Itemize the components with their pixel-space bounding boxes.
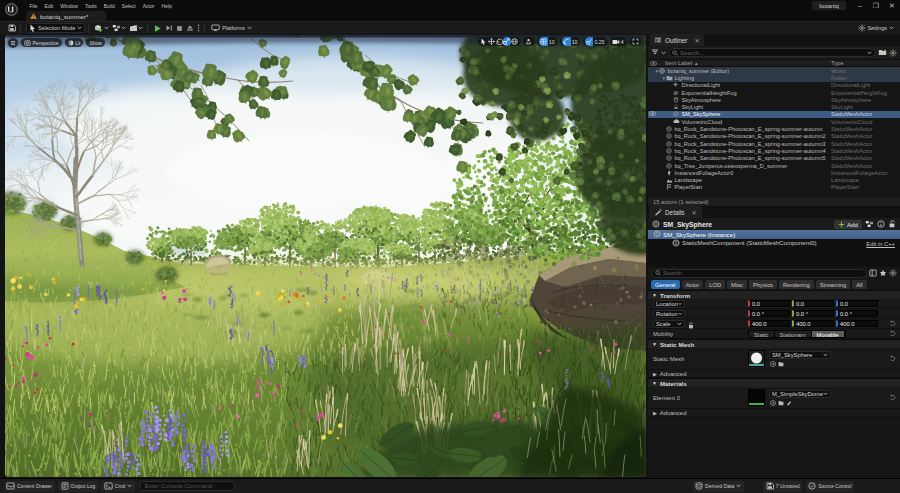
static-mesh-thumbnail[interactable] <box>748 350 765 367</box>
eject-button[interactable] <box>184 23 195 34</box>
outliner-row-exponentialheightfog[interactable]: ExponentialHeightFogExponentialHeightFog <box>648 89 900 96</box>
chip-rendering[interactable]: Rendering <box>779 280 814 289</box>
info-icon[interactable] <box>877 220 885 228</box>
outliner-row-botaniq-summer-editor-[interactable]: ▾botaniq_summer (Editor)World <box>648 67 900 74</box>
location-y-field[interactable]: 0.0 <box>792 300 834 308</box>
static-mesh-combo[interactable]: SM_SkySphere <box>769 351 831 359</box>
minimize-button[interactable]: – <box>852 0 868 11</box>
outliner-row-bq-rock-sandstone-photoscan-e-spring-sum[interactable]: bq_Rock_Sandstone-Photoscan_E_spring-sum… <box>648 140 900 147</box>
outliner-row-bq-rock-sandstone-photoscan-e-spring-sum[interactable]: bq_Rock_Sandstone-Photoscan_E_spring-sum… <box>648 155 900 162</box>
platforms-dropdown[interactable]: Platforms <box>208 23 255 34</box>
details-close-icon[interactable]: ✕ <box>692 209 697 216</box>
edit-in-cpp-link[interactable]: Edit in C++ <box>866 241 895 247</box>
menu-help[interactable]: Help <box>158 3 175 9</box>
gizmo-mode-group[interactable] <box>478 37 521 46</box>
cmd-dropdown[interactable]: Cmd <box>101 481 135 492</box>
outliner-row-bq-rock-sandstone-photoscan-e-spring-sum[interactable]: bq_Rock_Sandstone-Photoscan_E_spring-sum… <box>648 147 900 154</box>
create-folder-icon[interactable] <box>878 49 887 56</box>
reset-icon[interactable] <box>890 355 896 362</box>
content-drawer-button[interactable]: Content Drawer <box>4 481 55 492</box>
chip-general[interactable]: General <box>651 280 680 289</box>
details-tab[interactable]: Details ✕ <box>649 206 702 218</box>
play-button[interactable] <box>151 23 163 34</box>
location-x-field[interactable]: 0.0 <box>748 300 790 308</box>
lit-dropdown[interactable]: Lit <box>65 38 84 47</box>
materials-advanced[interactable]: ▶Advanced <box>648 409 900 417</box>
outliner-row-skylight[interactable]: SkyLightSkyLight <box>648 103 900 110</box>
maximize-viewport-button[interactable] <box>629 37 641 46</box>
section-materials[interactable]: ▼Materials <box>648 378 900 387</box>
close-button[interactable]: ✕ <box>884 0 900 11</box>
reset-icon[interactable] <box>890 394 896 401</box>
component-row-staticmesh[interactable]: StaticMeshComponent (StaticMeshComponent… <box>648 239 900 248</box>
perspective-dropdown[interactable]: Perspective <box>21 38 62 47</box>
scale-dropdown[interactable]: Scale <box>653 320 685 328</box>
outliner-row-bq-rock-sandstone-photoscan-e-spring-sum[interactable]: bq_Rock_Sandstone-Photoscan_E_spring-sum… <box>648 133 900 140</box>
console-input[interactable]: Enter Console Command <box>140 481 235 491</box>
chip-all[interactable]: All <box>852 280 866 289</box>
outliner-settings-icon[interactable] <box>889 49 897 57</box>
blueprints-button[interactable] <box>110 23 127 34</box>
add-component-button[interactable]: Add <box>834 220 862 229</box>
mobility-static[interactable]: Static <box>749 331 775 337</box>
item-label-column[interactable]: Item Label <box>665 60 692 66</box>
scale-z-field[interactable]: 400.0 <box>836 320 878 328</box>
mobility-segmented[interactable]: StaticStationaryMovable <box>748 330 846 338</box>
rotation-dropdown[interactable]: Rotation <box>653 310 685 318</box>
rotation-snap-toggle[interactable]: 10 <box>560 37 580 46</box>
outliner-row-skyatmosphere[interactable]: SkyAtmosphereSkyAtmosphere <box>648 96 900 103</box>
outliner-row-bq-tree-juniperus-osteosperma-d-summer[interactable]: bq_Tree_Juniperus-osteosperma_D_summerSt… <box>648 162 900 169</box>
outliner-row-directionallight[interactable]: DirectionalLightDirectionalLight <box>648 82 900 89</box>
type-column[interactable]: Type <box>831 60 844 66</box>
reset-icon[interactable] <box>890 320 896 327</box>
viewport-menu-button[interactable] <box>8 38 18 48</box>
selection-mode-dropdown[interactable]: Selection Mode <box>26 23 85 33</box>
outliner-close-icon[interactable]: ✕ <box>694 37 699 44</box>
show-dropdown[interactable]: Show <box>86 38 105 47</box>
level-tab[interactable]: botaniq_summer* <box>26 11 106 21</box>
source-control-button[interactable]: Source Control <box>806 481 854 492</box>
menu-tools[interactable]: Tools <box>81 3 100 9</box>
location-dropdown[interactable]: Location <box>653 300 685 308</box>
material-combo[interactable]: M_SimpleSkyDome <box>769 390 831 398</box>
output-log-button[interactable]: Output Log <box>58 481 98 492</box>
reset-icon[interactable] <box>890 330 896 337</box>
static-mesh-advanced[interactable]: ▶Advanced <box>648 370 900 378</box>
material-thumbnail[interactable] <box>748 389 765 406</box>
blueprint-icon[interactable] <box>865 220 874 228</box>
scale-y-field[interactable]: 400.0 <box>792 320 834 328</box>
chip-actor[interactable]: Actor <box>682 280 704 289</box>
details-search-input[interactable]: Search <box>651 269 867 278</box>
play-options-button[interactable] <box>195 23 201 34</box>
stop-button[interactable] <box>174 23 184 34</box>
outliner-row-instancedfoliageactor0[interactable]: InstancedFoliageActor0InstancedFoliageAc… <box>648 169 900 176</box>
outliner-row-lighting[interactable]: ▾LightingFolder <box>648 74 900 81</box>
outliner-row-sm-skysphere[interactable]: SM_SkySphereStaticMeshActor <box>648 111 900 118</box>
chip-streaming[interactable]: Streaming <box>816 280 850 289</box>
viewport[interactable]: Perspective Lit Show 10100.254 <box>5 35 646 477</box>
favorites-icon[interactable] <box>879 269 887 277</box>
menu-build[interactable]: Build <box>100 3 118 9</box>
outliner-search-input[interactable]: Search... <box>668 48 876 57</box>
chip-physics[interactable]: Physics <box>749 280 777 289</box>
menu-edit[interactable]: Edit <box>41 3 57 9</box>
outliner-row-bq-rock-sandstone-photoscan-e-spring-sum[interactable]: bq_Rock_Sandstone-Photoscan_E_spring-sum… <box>648 125 900 132</box>
surface-snap-toggle[interactable] <box>523 37 535 46</box>
component-row-instance[interactable]: SM_SkySphere (Instance) <box>648 230 900 239</box>
maximize-button[interactable]: ❐ <box>868 0 884 11</box>
section-static-mesh[interactable]: ▼Static Mesh <box>648 339 900 348</box>
lock-icon[interactable] <box>888 220 896 228</box>
camera-speed[interactable]: 4 <box>610 37 627 46</box>
mobility-stationary[interactable]: Stationary <box>775 331 812 337</box>
grid-snap-toggle[interactable]: 10 <box>537 37 557 46</box>
details-settings-icon[interactable] <box>889 269 897 277</box>
unsaved-button[interactable]: 7 Unsaved <box>763 481 802 492</box>
material-action-icons[interactable] <box>770 400 793 406</box>
visibility-column-icon[interactable] <box>650 61 657 66</box>
chip-lod[interactable]: LOD <box>705 280 725 289</box>
add-actor-button[interactable] <box>92 23 110 34</box>
section-transform[interactable]: ▼Transform <box>648 290 900 299</box>
rotation-x-field[interactable]: 0.0 ° <box>748 310 790 318</box>
visibility-eye-icon[interactable] <box>649 111 656 117</box>
location-z-field[interactable]: 0.0 <box>836 300 878 308</box>
